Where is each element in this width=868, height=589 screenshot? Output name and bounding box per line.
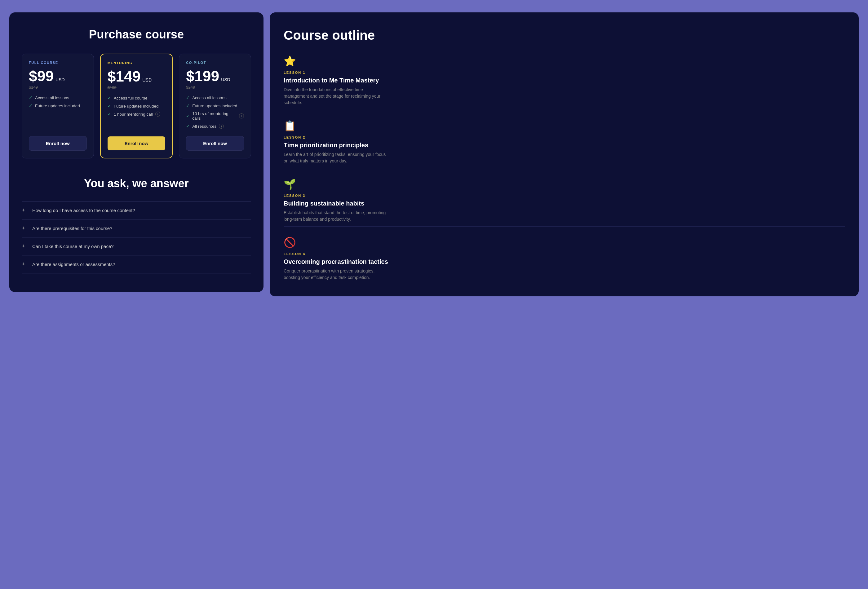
check-icon: ✓	[108, 96, 111, 100]
expand-icon: +	[22, 225, 28, 232]
feature-item: ✓ 10 hrs of mentoring calls i	[186, 111, 244, 121]
lesson-1-title: Introduction to Me Time Mastery	[283, 77, 845, 84]
copilot-price: $199	[186, 69, 219, 84]
check-icon: ✓	[29, 95, 32, 100]
info-icon[interactable]: i	[155, 112, 160, 117]
full-course-features: ✓ Access all lessons ✓ Future updates in…	[29, 95, 87, 128]
pricing-cards: FULL COURSE $99 USD $149 ✓ Access all le…	[22, 54, 251, 158]
lesson-2-desc: Learn the art of prioritizing tasks, ens…	[283, 151, 389, 164]
full-course-price: $99	[29, 69, 54, 84]
faq-question: Are there prerequisites for this course?	[32, 226, 112, 231]
feature-item: ✓ Access all lessons	[186, 95, 244, 100]
purchase-title: Purchase course	[22, 28, 251, 41]
lesson-divider	[283, 110, 845, 110]
lesson-divider	[283, 226, 845, 227]
feature-text: Future updates included	[192, 103, 237, 108]
full-course-original-price: $149	[29, 85, 87, 90]
full-course-card: FULL COURSE $99 USD $149 ✓ Access all le…	[22, 54, 94, 158]
lesson-2-title: Time prioritization principles	[283, 142, 845, 149]
lesson-1-icon: ⭐	[283, 55, 845, 67]
mentoring-currency: USD	[142, 78, 152, 83]
copilot-label: CO-PILOT	[186, 61, 244, 65]
lesson-2-number: LESSON 2	[283, 136, 845, 139]
copilot-original-price: $249	[186, 85, 244, 90]
copilot-card: CO-PILOT $199 USD $249 ✓ Access all less…	[179, 54, 251, 158]
mentoring-features: ✓ Access full course ✓ Future updates in…	[108, 96, 165, 129]
feature-text: 10 hrs of mentoring calls	[192, 111, 236, 121]
feature-text: Access full course	[114, 96, 148, 100]
lesson-list: ⭐ LESSON 1 Introduction to Me Time Maste…	[283, 55, 845, 281]
check-icon: ✓	[108, 112, 111, 117]
lesson-item-3: 🌱 LESSON 3 Building sustainable habits E…	[283, 178, 845, 227]
full-course-label: FULL COURSE	[29, 61, 87, 65]
mentoring-price: $149	[108, 69, 141, 84]
check-icon: ✓	[29, 103, 32, 108]
copilot-enroll-button[interactable]: Enroll now	[186, 136, 244, 151]
check-icon: ✓	[186, 114, 190, 118]
faq-item-1[interactable]: + How long do I have access to the cours…	[22, 201, 251, 219]
mentoring-original-price: $199	[108, 85, 165, 90]
lesson-3-title: Building sustainable habits	[283, 200, 845, 207]
full-course-price-row: $99 USD	[29, 69, 87, 84]
expand-icon: +	[22, 261, 28, 267]
check-icon: ✓	[108, 103, 111, 108]
expand-icon: +	[22, 243, 28, 249]
full-course-enroll-button[interactable]: Enroll now	[29, 136, 87, 151]
faq-list: + How long do I have access to the cours…	[22, 201, 251, 273]
feature-text: Access all lessons	[35, 96, 69, 100]
feature-item: ✓ Future updates included	[186, 103, 244, 108]
check-icon: ✓	[186, 95, 190, 100]
outline-title: Course outline	[283, 28, 845, 43]
lesson-2-icon: 📋	[283, 120, 845, 132]
mentoring-enroll-button[interactable]: Enroll now	[108, 136, 165, 151]
faq-item-3[interactable]: + Can I take this course at my own pace?	[22, 237, 251, 255]
left-panel: Purchase course FULL COURSE $99 USD $149…	[9, 12, 264, 292]
lesson-item-2: 📋 LESSON 2 Time prioritization principle…	[283, 120, 845, 168]
expand-icon: +	[22, 207, 28, 214]
lesson-4-title: Overcoming procrastination tactics	[283, 258, 845, 265]
faq-question: How long do I have access to the course …	[32, 208, 135, 213]
mentoring-card: MENTORING $149 USD $199 ✓ Access full co…	[100, 54, 173, 158]
feature-text: 1 hour mentoring call	[114, 112, 153, 117]
mentoring-price-row: $149 USD	[108, 69, 165, 84]
mentoring-label: MENTORING	[108, 61, 165, 65]
feature-text: Future updates included	[35, 103, 80, 108]
check-icon: ✓	[186, 103, 190, 108]
feature-item: ✓ Access full course	[108, 96, 165, 100]
copilot-features: ✓ Access all lessons ✓ Future updates in…	[186, 95, 244, 128]
copilot-price-row: $199 USD	[186, 69, 244, 84]
feature-item: ✓ Future updates included	[29, 103, 87, 108]
copilot-currency: USD	[221, 77, 230, 82]
faq-question: Can I take this course at my own pace?	[32, 244, 114, 249]
lesson-4-desc: Conquer procrastination with proven stra…	[283, 268, 389, 281]
check-icon: ✓	[186, 124, 190, 128]
info-icon[interactable]: i	[219, 124, 224, 128]
lesson-3-number: LESSON 3	[283, 194, 845, 198]
faq-item-4[interactable]: + Are there assignments or assessments?	[22, 255, 251, 273]
feature-item: ✓ 1 hour mentoring call i	[108, 112, 165, 117]
info-icon[interactable]: i	[239, 114, 244, 118]
feature-text: Future updates included	[114, 104, 159, 108]
faq-title: You ask, we answer	[22, 177, 251, 190]
lesson-3-icon: 🌱	[283, 178, 845, 190]
lesson-1-desc: Dive into the foundations of effective t…	[283, 87, 389, 106]
feature-text: Access all lessons	[192, 96, 226, 100]
feature-item: ✓ Access all lessons	[29, 95, 87, 100]
lesson-4-icon: 🚫	[283, 236, 845, 248]
feature-text: All resources	[192, 124, 216, 128]
lesson-3-desc: Establish habits that stand the test of …	[283, 210, 389, 223]
lesson-1-number: LESSON 1	[283, 71, 845, 74]
right-panel: Course outline ⭐ LESSON 1 Introduction t…	[270, 12, 859, 296]
lesson-4-number: LESSON 4	[283, 252, 845, 256]
feature-item: ✓ Future updates included	[108, 103, 165, 108]
feature-item: ✓ All resources i	[186, 124, 244, 128]
lesson-divider	[283, 168, 845, 168]
faq-item-2[interactable]: + Are there prerequisites for this cours…	[22, 219, 251, 237]
lesson-item-1: ⭐ LESSON 1 Introduction to Me Time Maste…	[283, 55, 845, 110]
faq-question: Are there assignments or assessments?	[32, 262, 115, 267]
lesson-item-4: 🚫 LESSON 4 Overcoming procrastination ta…	[283, 236, 845, 281]
full-course-currency: USD	[56, 77, 65, 82]
